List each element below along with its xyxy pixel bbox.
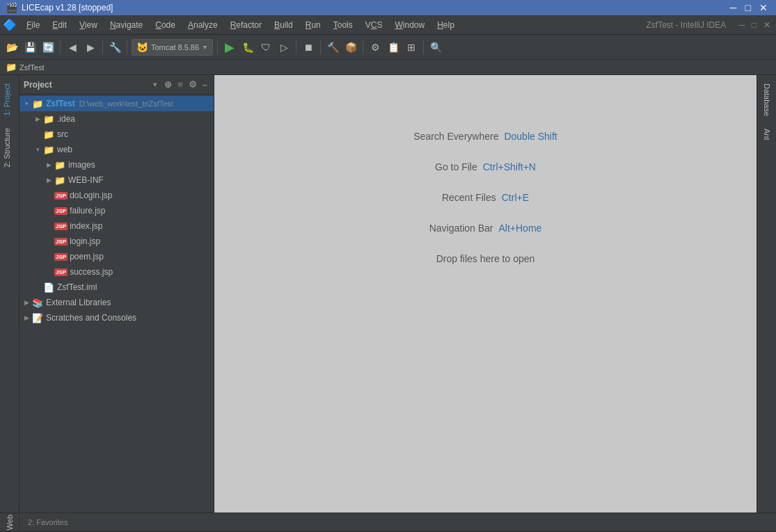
tree-label-iml: ZsfTest.iml [57,282,97,292]
tree-item-success[interactable]: JSP success.jsp [19,264,214,280]
run-with-coverage-button[interactable]: ▷ [276,40,292,55]
tree-arrow [45,268,53,275]
menu-view[interactable]: View [74,17,103,33]
settings-panel-button[interactable]: ⚙ [187,79,199,90]
tree-arrow [45,223,53,229]
tree-arrow [45,192,53,199]
web-tab[interactable]: Web [3,512,17,532]
tree-label-images: images [68,160,95,170]
minimize-button[interactable]: ─ [727,2,740,13]
debug-button[interactable]: 🐛 [240,40,255,55]
tree-item-web-inf[interactable]: ▶ 📁 WEB-INF [19,172,214,188]
stop-button[interactable]: ⏹ [301,40,316,55]
tree-arrow [33,131,42,138]
structure-tab[interactable]: 2: Structure [0,122,19,173]
tree-label-ext-libs: External Libraries [46,298,111,307]
tree-label-web-inf: WEB-INF [68,175,104,185]
settings-button[interactable]: ⚙ [367,40,383,55]
project-tab[interactable]: 1: Project [0,78,19,121]
tree-arrow: ▶ [45,177,53,184]
tree-item-scratches[interactable]: ▶ 📝 Scratches and Consoles [19,310,214,325]
tree-path-zsf: D:\web_work\test_b\ZsfTest [79,99,173,108]
breadcrumb: 📁 ZsfTest [0,60,776,75]
menu-window[interactable]: Window [389,17,430,33]
tree-arrow: ▶ [45,161,53,168]
menu-navigate[interactable]: Navigate [104,17,148,33]
menu-help[interactable]: Help [431,17,460,33]
menu-bar: 🔷 File Edit View Navigate Code Analyze R… [0,15,776,35]
menu-refactor[interactable]: Refactor [225,17,267,33]
close-button[interactable]: ✕ [757,2,770,13]
web-icon: 📁 [43,145,54,155]
folder-icon: 📁 [32,99,43,109]
title-text: LICEcap v1.28 [stopped] [22,3,113,13]
window-layout-button[interactable]: ⊞ [404,40,419,55]
database-tab[interactable]: Database [760,78,774,122]
tomcat-label: Tomcat 8.5.86 [151,43,199,51]
hint-text-2: Go to File [435,161,477,172]
tree-item-login[interactable]: JSP login.jsp [19,234,214,249]
menu-analyze[interactable]: Analyze [182,17,223,33]
tree-item-idea[interactable]: ▶ 📁 .idea [19,111,214,127]
close-panel-button[interactable]: – [200,79,209,90]
menu-vcs[interactable]: VCS [360,17,388,33]
window-maximize-button[interactable]: □ [749,20,759,30]
maximize-button[interactable]: □ [743,2,754,13]
tomcat-selector[interactable]: 🐱 Tomcat 8.5.86 ▼ [132,39,213,56]
tree-item-web[interactable]: ▾ 📁 web [19,142,214,157]
images-icon: 📁 [54,160,65,170]
tree-arrow [33,284,42,291]
jsp-badge: JSP [54,238,68,245]
jsp-badge: JSP [54,192,68,200]
hint-search-everywhere: Search Everywhere Double Shift [413,131,557,142]
right-side-tabs: Database Ant [757,75,776,513]
menu-tools[interactable]: Tools [328,17,358,33]
menu-edit[interactable]: Edit [47,17,72,33]
iml-icon: 📄 [43,282,54,293]
back-button[interactable]: ◀ [65,40,80,55]
tree-item-poem[interactable]: JSP poem.jsp [19,249,214,264]
run-button[interactable]: ▶ [222,40,237,55]
scope-button[interactable]: ⊕ [162,79,174,90]
window-minimize-button[interactable]: ─ [736,20,747,30]
run-config-button[interactable]: 📋 [386,40,401,55]
menu-code[interactable]: Code [150,17,181,33]
tree-item-zsf-root[interactable]: ▾ 📁 ZsfTest D:\web_work\test_b\ZsfTest [19,96,214,111]
menu-file[interactable]: File [21,17,45,33]
search-everywhere-button[interactable]: 🔍 [428,40,443,55]
build2-button[interactable]: 📦 [343,40,358,55]
tomcat-icon: 🐱 [136,42,148,53]
app-title: ZsfTest - IntelliJ IDEA [647,20,727,30]
tree-arrow: ▶ [22,314,31,321]
collapse-all-button[interactable]: ≡ [175,79,185,90]
favorites-tab[interactable]: 2: Favorites [24,517,72,528]
tree-item-doLogin[interactable]: JSP doLogin.jsp [19,188,214,203]
hint-nav-bar: Navigation Bar Alt+Home [429,223,542,234]
menu-run[interactable]: Run [300,17,326,33]
coverage-button[interactable]: 🛡 [258,40,274,55]
tree-arrow [45,207,53,214]
forward-button[interactable]: ▶ [83,40,98,55]
ant-tab[interactable]: Ant [760,123,774,146]
project-tree: ▾ 📁 ZsfTest D:\web_work\test_b\ZsfTest ▶… [19,95,214,513]
build1-button[interactable]: 🔨 [325,40,340,55]
jsp-badge: JSP [54,253,68,261]
ant-button[interactable]: 🔧 [107,40,122,55]
save-button[interactable]: 💾 [22,40,38,55]
tree-item-ext-libs[interactable]: ▶ 📚 External Libraries [19,295,214,310]
tree-item-iml[interactable]: 📄 ZsfTest.iml [19,280,214,295]
menu-build[interactable]: Build [269,17,299,33]
jsp-badge: JSP [54,268,68,276]
tree-item-src[interactable]: 📁 src [19,127,214,142]
tree-item-index[interactable]: JSP index.jsp [19,218,214,234]
panel-title: Project [24,80,148,90]
window-close-button[interactable]: ✕ [761,20,773,30]
toolbar-sep-3 [127,40,127,54]
tree-item-failure[interactable]: JSP failure.jsp [19,203,214,218]
tree-item-images[interactable]: ▶ 📁 images [19,157,214,172]
sync-button[interactable]: 🔄 [40,40,56,55]
toolbar: 📂 💾 🔄 ◀ ▶ 🔧 🐱 Tomcat 8.5.86 ▼ ▶ 🐛 🛡 ▷ ⏹ … [0,35,776,60]
toolbar-sep-1 [60,40,61,54]
open-file-button[interactable]: 📂 [4,40,19,55]
hint-go-to-file: Go to File Ctrl+Shift+N [435,161,536,172]
